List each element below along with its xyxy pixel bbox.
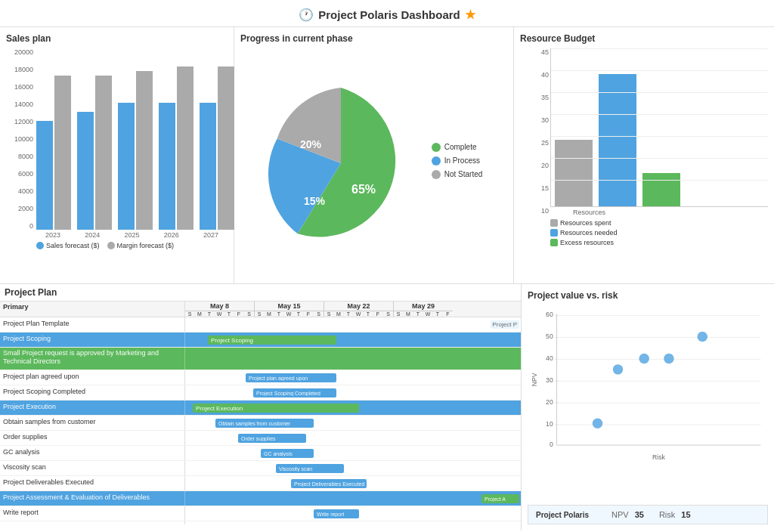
- sales-panel: Sales plan 2000018000160001400012000 100…: [0, 27, 234, 283]
- gantt-timeline-gc: GC analysis: [185, 446, 521, 460]
- sales-bar-2026: [159, 103, 175, 230]
- gantt-bar-samples: Obtain samples from customer: [215, 419, 314, 428]
- bar-group-2027: [200, 66, 234, 230]
- svg-text:NPV: NPV: [531, 373, 538, 386]
- pie-legend: Complete In Process Not Started: [432, 143, 483, 184]
- scatter-point-3: [664, 354, 673, 363]
- sales-legend-label: Sales forecast ($): [46, 242, 100, 249]
- gantt-row-request: Small Project request is approved by Mar…: [0, 348, 521, 370]
- gantt-row-viscosity: Viscosity scan Viscosity scan: [0, 461, 521, 476]
- pie-chart: 65% 15% 20%: [265, 88, 416, 239]
- gantt-row-execution: Project Execution Project Execution: [0, 401, 521, 416]
- pie-legend-in-process: In Process: [432, 156, 483, 165]
- gantt-row-scoping-complete: Project Scoping Completed Project Scopin…: [0, 385, 521, 401]
- gantt-row-quality: Quality check Quality check: [0, 521, 521, 524]
- gantt-days-may8: S M T W T F S: [185, 311, 254, 317]
- resource-legend: Resources spent Resources needed Excess …: [550, 219, 768, 246]
- bar-group-2025: [118, 71, 153, 230]
- legend-needed: Resources needed: [550, 229, 768, 237]
- gantt-bar-viscosity: Viscosity scan: [276, 464, 344, 473]
- gantt-row-write-report: Write report Write report: [0, 506, 521, 521]
- gantt-bar-deliverables: Project Deliverables Executed: [291, 479, 367, 488]
- gantt-bar-gc: GC analysis: [261, 449, 314, 458]
- gantt-task-quality: Quality check: [0, 521, 185, 524]
- gantt-bar-scoping-complete: Project Scoping Completed: [253, 388, 336, 397]
- margin-bar-2026: [177, 66, 194, 230]
- resource-chart-wrap: 4540353025201510 Resources: [520, 48, 768, 252]
- gantt-row-gc: GC analysis GC analysis: [0, 446, 521, 461]
- sales-legend: Sales forecast ($) Margin forecast ($): [36, 242, 228, 249]
- gantt-row-samples: Obtain samples from customer Obtain samp…: [0, 416, 521, 431]
- pie-label-complete: 65%: [351, 183, 376, 196]
- svg-text:40: 40: [546, 354, 553, 362]
- gantt-title: Project Plan: [0, 284, 521, 302]
- resource-panel: Resource Budget 4540353025201510: [514, 27, 774, 283]
- gantt-week-may22: May 22 S M T W T F S: [324, 302, 394, 317]
- gantt-task-samples: Obtain samples from customer: [0, 416, 185, 430]
- resource-y-axis: 4540353025201510: [520, 48, 549, 215]
- scatter-point-1: [593, 418, 602, 428]
- gantt-timeline-plan-agreed: Project plan agreed upon: [185, 370, 521, 385]
- bar-group-2023: [36, 76, 71, 230]
- gantt-bar-scoping: Project Scoping: [208, 336, 336, 345]
- gantt-task-assessment: Project Assessment & Evaluation of Deliv…: [0, 491, 185, 506]
- polaris-npv: NPV 35: [611, 510, 644, 519]
- gantt-task-scoping: Project Scoping: [0, 332, 185, 347]
- gantt-row-template: Project Plan Template Project P: [0, 317, 521, 332]
- resource-bar-excess: [642, 173, 680, 206]
- svg-text:60: 60: [546, 311, 553, 318]
- gantt-bar-supplies: Order supplies: [238, 434, 306, 443]
- polaris-title: Project Polaris: [536, 511, 589, 519]
- bar-group-2024: [77, 76, 112, 230]
- gantt-task-execution: Project Execution: [0, 401, 185, 415]
- resource-bar-spent: [555, 140, 593, 206]
- sales-title: Sales plan: [6, 33, 228, 44]
- polaris-risk-value: 15: [681, 510, 690, 519]
- polaris-npv-value: 35: [635, 510, 644, 519]
- margin-bar-2025: [136, 71, 153, 230]
- gantt-days-may29: S M T W T F: [394, 311, 453, 317]
- svg-text:50: 50: [546, 332, 553, 340]
- sales-chart: 2000018000160001400012000 10000800060004…: [6, 48, 228, 245]
- sales-legend-dot: [36, 242, 44, 249]
- gantt-bar-assessment: Project A: [481, 494, 519, 503]
- needed-legend-label: Resources needed: [560, 229, 618, 237]
- started-badge: Project P: [491, 320, 519, 329]
- gantt-header: Primary May 8 S M T W T F S: [0, 302, 521, 317]
- margin-bar-2024: [95, 76, 112, 230]
- pie-legend-not-started: Not Started: [432, 170, 483, 179]
- gantt-task-write-report: Write report: [0, 506, 185, 521]
- pie-label-in-process: 15%: [304, 195, 326, 207]
- gantt-row-assessment: Project Assessment & Evaluation of Deliv…: [0, 491, 521, 506]
- legend-spent: Resources spent: [550, 219, 768, 227]
- complete-label: Complete: [444, 143, 477, 151]
- resource-title: Resource Budget: [520, 33, 768, 44]
- gantt-timeline-quality: Quality check: [185, 521, 521, 524]
- right-panel: Project value vs. risk 60 50 40 30 20 10: [522, 284, 774, 530]
- polaris-npv-label: NPV: [611, 510, 629, 519]
- spent-legend-label: Resources spent: [560, 219, 611, 227]
- pie-container: 65% 15% 20% Complete In Process Not Star…: [240, 48, 507, 277]
- gantt-panel: Project Plan Primary May 8 S M T W T F S: [0, 284, 522, 530]
- gantt-task-gc: GC analysis: [0, 446, 185, 460]
- gantt-task-deliverables: Project Deliverables Executed: [0, 476, 185, 490]
- gantt-bar-execution: Project Execution: [193, 404, 359, 413]
- resource-x-label: Resources: [573, 209, 768, 216]
- scatter-point-5: [639, 354, 649, 363]
- gantt-primary-label: Primary: [0, 302, 185, 317]
- gantt-bar-write-report: Write report: [314, 509, 359, 518]
- sales-bar-2024: [77, 112, 94, 230]
- complete-dot: [432, 143, 441, 152]
- sales-bar-2025: [118, 103, 135, 230]
- scatter-point-4: [698, 332, 707, 342]
- gantt-task-request: Small Project request is approved by Mar…: [0, 348, 185, 370]
- progress-title: Progress in current phase: [240, 33, 507, 44]
- gantt-rows: Project Plan Template Project P Project …: [0, 317, 521, 524]
- gantt-task-scoping-complete: Project Scoping Completed: [0, 385, 185, 400]
- margin-legend-dot: [107, 242, 115, 249]
- polaris-risk: Risk 15: [659, 510, 691, 519]
- excess-legend-label: Excess resources: [560, 239, 614, 246]
- sales-bar-chart: [6, 48, 228, 230]
- gantt-timeline-scoping: Project Scoping: [185, 332, 521, 347]
- needed-dot: [550, 229, 558, 237]
